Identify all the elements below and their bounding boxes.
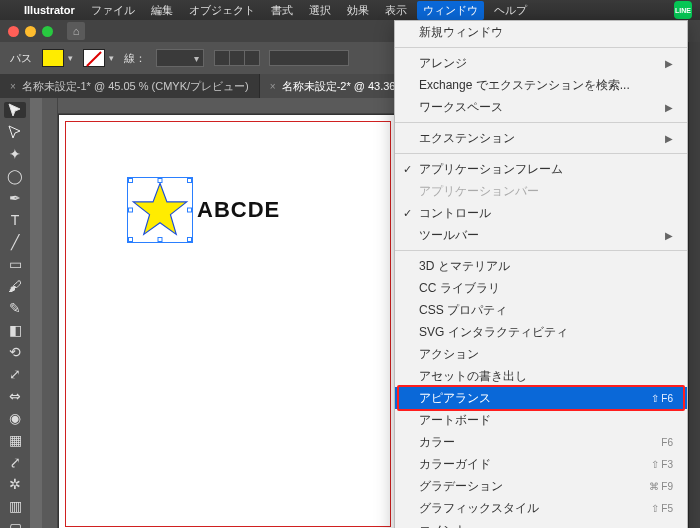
tool-scale[interactable]: ⤢ <box>4 366 26 382</box>
right-dock-collapsed[interactable] <box>688 42 700 528</box>
menu-item-label: アートボード <box>419 412 491 429</box>
menu-item[interactable]: CC ライブラリ <box>395 277 687 299</box>
tool-shape-builder[interactable]: ◉ <box>4 410 26 426</box>
menu-type[interactable]: 書式 <box>271 3 293 18</box>
menu-item-label: エクステンション <box>419 130 515 147</box>
tool-symbol-spray[interactable]: ✲ <box>4 476 26 492</box>
menu-item[interactable]: ワークスペース▶ <box>395 96 687 118</box>
menu-item[interactable]: カラーF6 <box>395 431 687 453</box>
menu-shortcut: F6 <box>661 437 673 448</box>
menu-item: アプリケーションバー <box>395 180 687 202</box>
canvas-text-object[interactable]: ABCDE <box>197 197 280 223</box>
menu-shortcut: ⌘ F9 <box>649 481 673 492</box>
minimize-window-button[interactable] <box>25 26 36 37</box>
menu-item[interactable]: Exchange でエクステンションを検索... <box>395 74 687 96</box>
home-icon[interactable]: ⌂ <box>67 22 85 40</box>
menu-help[interactable]: ヘルプ <box>494 3 527 18</box>
tool-magic-wand[interactable]: ✦ <box>4 146 26 162</box>
menu-item[interactable]: グラフィックスタイル⇧ F5 <box>395 497 687 519</box>
menu-item[interactable]: グラデーション⌘ F9 <box>395 475 687 497</box>
window-menu-dropdown: 新規ウィンドウアレンジ▶Exchange でエクステンションを検索...ワークス… <box>394 20 688 528</box>
tool-line[interactable]: ╱ <box>4 234 26 250</box>
menu-separator <box>395 250 687 251</box>
menu-select[interactable]: 選択 <box>309 3 331 18</box>
tool-width[interactable]: ⇔ <box>4 388 26 404</box>
menu-item[interactable]: アセットの書き出し <box>395 365 687 387</box>
fill-dropdown-icon[interactable]: ▾ <box>68 53 73 63</box>
submenu-arrow-icon: ▶ <box>665 133 673 144</box>
tool-rotate[interactable]: ⟲ <box>4 344 26 360</box>
tool-pen[interactable]: ✒ <box>4 190 26 206</box>
tool-graph[interactable]: ▥ <box>4 498 26 514</box>
tool-pencil[interactable]: ✎ <box>4 300 26 316</box>
menu-item-label: カラー <box>419 434 455 451</box>
selected-object-group[interactable]: ABCDE <box>131 181 280 239</box>
menu-item[interactable]: アクション <box>395 343 687 365</box>
menu-item-label: 新規ウィンドウ <box>419 24 503 41</box>
opacity-field[interactable] <box>269 50 349 66</box>
menu-item[interactable]: ✓アプリケーションフレーム <box>395 158 687 180</box>
tool-rectangle[interactable]: ▭ <box>4 256 26 272</box>
menu-item-label: Exchange でエクステンションを検索... <box>419 77 630 94</box>
submenu-arrow-icon: ▶ <box>665 102 673 113</box>
menu-file[interactable]: ファイル <box>91 3 135 18</box>
tool-direct-select[interactable] <box>4 124 26 140</box>
close-tab-icon[interactable]: × <box>10 81 16 92</box>
menu-item[interactable]: コメント <box>395 519 687 528</box>
menu-item-label: ツールバー <box>419 227 479 244</box>
menu-object[interactable]: オブジェクト <box>189 3 255 18</box>
close-window-button[interactable] <box>8 26 19 37</box>
tool-eraser[interactable]: ◧ <box>4 322 26 338</box>
stroke-dropdown-icon[interactable]: ▾ <box>109 53 114 63</box>
menu-item-label: アピアランス <box>419 390 491 407</box>
menu-item[interactable]: SVG インタラクティビティ <box>395 321 687 343</box>
menu-item[interactable]: 新規ウィンドウ <box>395 21 687 43</box>
menu-item[interactable]: ツールバー▶ <box>395 224 687 246</box>
tool-eyedropper[interactable]: ⤤ <box>4 454 26 470</box>
menu-item-label: グラフィックスタイル <box>419 500 539 517</box>
menu-window[interactable]: ウィンドウ <box>417 1 484 20</box>
menu-item[interactable]: CSS プロパティ <box>395 299 687 321</box>
menu-item-label: カラーガイド <box>419 456 491 473</box>
menu-edit[interactable]: 編集 <box>151 3 173 18</box>
menu-item[interactable]: エクステンション▶ <box>395 127 687 149</box>
stroke-label: 線： <box>124 51 146 66</box>
menu-item[interactable]: アレンジ▶ <box>395 52 687 74</box>
check-icon: ✓ <box>403 207 412 220</box>
close-tab-icon[interactable]: × <box>270 81 276 92</box>
menu-item-label: グラデーション <box>419 478 503 495</box>
star-shape[interactable] <box>131 181 189 239</box>
tool-artboard[interactable]: ▢ <box>4 520 26 528</box>
line-status-icon[interactable]: LINE <box>674 1 692 19</box>
stroke-weight-field[interactable]: ▾ <box>156 49 204 67</box>
tool-type[interactable]: T <box>4 212 26 228</box>
menu-shortcut: ⇧ F5 <box>651 503 673 514</box>
menu-item[interactable]: ✓コントロール <box>395 202 687 224</box>
stroke-swatch[interactable] <box>83 49 105 67</box>
zoom-window-button[interactable] <box>42 26 53 37</box>
artboard[interactable]: ABCDE <box>58 114 398 528</box>
fill-swatch[interactable] <box>42 49 64 67</box>
menu-item[interactable]: アピアランス⇧ F6 <box>395 387 687 409</box>
stroke-options[interactable] <box>214 50 259 66</box>
menu-item-label: ワークスペース <box>419 99 503 116</box>
menu-item[interactable]: アートボード <box>395 409 687 431</box>
selection-bounds <box>127 177 193 243</box>
menu-item[interactable]: カラーガイド⇧ F3 <box>395 453 687 475</box>
tool-lasso[interactable]: ◯ <box>4 168 26 184</box>
tool-selection[interactable] <box>4 102 26 118</box>
menu-item-label: アセットの書き出し <box>419 368 527 385</box>
ruler-vertical[interactable] <box>42 98 58 528</box>
menu-view[interactable]: 表示 <box>385 3 407 18</box>
app-name: Illustrator <box>24 4 75 16</box>
menu-shortcut: ⇧ F6 <box>651 393 673 404</box>
menu-effect[interactable]: 効果 <box>347 3 369 18</box>
menu-item-label: SVG インタラクティビティ <box>419 324 568 341</box>
menu-item[interactable]: 3D とマテリアル <box>395 255 687 277</box>
tool-gradient[interactable]: ▦ <box>4 432 26 448</box>
menu-item-label: コメント <box>419 522 467 529</box>
tool-brush[interactable]: 🖌 <box>4 278 26 294</box>
check-icon: ✓ <box>403 163 412 176</box>
selection-type-label: パス <box>10 51 32 66</box>
document-tab[interactable]: × 名称未設定-1* @ 45.05 % (CMYK/プレビュー) <box>0 74 260 98</box>
